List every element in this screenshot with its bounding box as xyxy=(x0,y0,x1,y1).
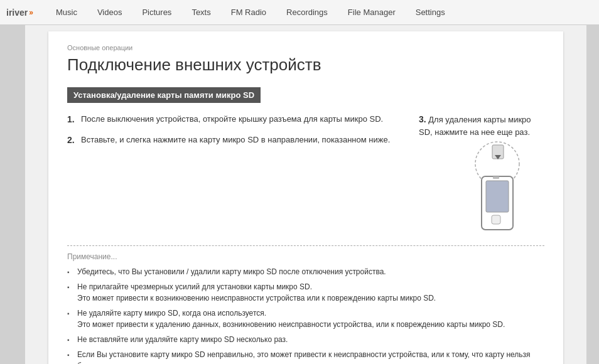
doc-page: Основные операции Подключение внешних ус… xyxy=(48,31,563,364)
note-text-1: Убедитесь, что Вы установили / удалили к… xyxy=(77,266,386,277)
step-2-num: 2. xyxy=(67,134,81,147)
step-3-area: 3. Для удаления карты микро SD, нажмите … xyxy=(419,113,544,139)
note-item-4: ▪ Не вставляйте или удаляйте карту микро… xyxy=(67,334,544,345)
nav-item-recordings[interactable]: Recordings xyxy=(276,0,338,25)
device-svg xyxy=(441,139,522,233)
note-item-5: ▪ Если Вы установите карту микро SD непр… xyxy=(67,349,544,365)
note-text-2: Не прилагайте чрезмерных усилий для уста… xyxy=(77,281,436,304)
note-text-4: Не вставляйте или удаляйте карту микро S… xyxy=(77,334,288,345)
svg-rect-5 xyxy=(492,215,500,224)
nav-item-settings[interactable]: Settings xyxy=(406,0,455,25)
step-3-text: Для удаления карты микро SD, нажмите на … xyxy=(419,115,531,137)
steps-column: 1. После выключения устройства, откройте… xyxy=(67,113,406,233)
note-bullet-3: ▪ xyxy=(67,309,77,318)
page-area: Основные операции Подключение внешних ус… xyxy=(25,25,586,364)
right-column: 3. Для удаления карты микро SD, нажмите … xyxy=(419,113,544,233)
nav-item-texts[interactable]: Texts xyxy=(181,0,220,25)
note-bullet-1: ▪ xyxy=(67,267,77,277)
svg-rect-6 xyxy=(493,176,499,179)
nav-bar: iriver» Music Videos Pictures Texts FM R… xyxy=(0,0,599,25)
device-illustration xyxy=(441,139,522,233)
logo-arrows: » xyxy=(29,8,33,17)
step-1-text: После выключения устройства, откройте кр… xyxy=(81,113,383,126)
step-3-num: 3. xyxy=(419,114,426,124)
note-text-3: Не удаляйте карту микро SD, когда она ис… xyxy=(77,308,505,330)
note-item-2: ▪ Не прилагайте чрезмерных усилий для ус… xyxy=(67,281,544,304)
nav-item-file-manager[interactable]: File Manager xyxy=(338,0,406,25)
notes-title: Примечание... xyxy=(67,252,544,261)
note-bullet-5: ▪ xyxy=(67,350,77,360)
note-bullet-4: ▪ xyxy=(67,335,77,345)
nav-item-music[interactable]: Music xyxy=(46,0,87,25)
step-2: 2. Вставьте, и слегка нажмите на карту м… xyxy=(67,134,406,147)
step-2-text: Вставьте, и слегка нажмите на карту микр… xyxy=(81,134,390,147)
logo-text: iriver xyxy=(6,8,28,18)
svg-rect-4 xyxy=(486,181,509,212)
step-list: 1. После выключения устройства, откройте… xyxy=(67,113,406,147)
note-text-5: Если Вы установите карту микро SD неправ… xyxy=(77,349,544,365)
page-title: Подключение внешних устройств xyxy=(67,55,544,75)
nav-item-videos[interactable]: Videos xyxy=(87,0,132,25)
right-sidebar xyxy=(586,25,599,364)
note-item-1: ▪ Убедитесь, что Вы установили / удалили… xyxy=(67,266,544,277)
nav-item-fm-radio[interactable]: FM Radio xyxy=(221,0,276,25)
right-col-content: 3. Для удаления карты микро SD, нажмите … xyxy=(419,113,544,233)
note-item-3: ▪ Не удаляйте карту микро SD, когда она … xyxy=(67,308,544,330)
left-sidebar xyxy=(0,25,25,364)
nav-logo[interactable]: iriver» xyxy=(6,8,33,18)
two-col-layout: 1. После выключения устройства, откройте… xyxy=(67,113,544,233)
breadcrumb: Основные операции xyxy=(67,44,544,51)
nav-item-pictures[interactable]: Pictures xyxy=(132,0,181,25)
main-content: Основные операции Подключение внешних ус… xyxy=(0,25,599,364)
section-header: Установка/удаление карты памяти микро SD xyxy=(67,87,261,103)
step-1-num: 1. xyxy=(67,113,81,126)
notes-section: Примечание... ▪ Убедитесь, что Вы устано… xyxy=(67,245,544,365)
step-1: 1. После выключения устройства, откройте… xyxy=(67,113,406,126)
note-bullet-2: ▪ xyxy=(67,282,77,292)
